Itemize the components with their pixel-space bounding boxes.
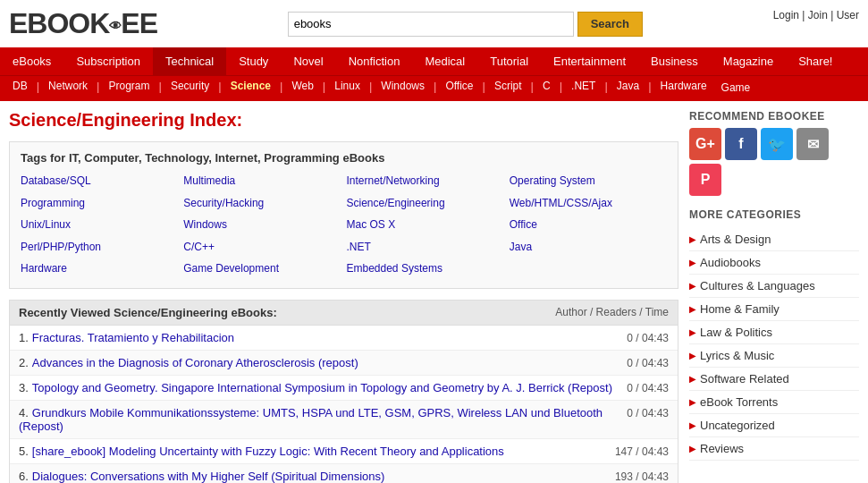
book-link[interactable]: Grundkurs Mobile Kommunikationssysteme: … — [19, 406, 603, 433]
book-num: 6. — [19, 470, 29, 483]
nav-novel[interactable]: Novel — [281, 47, 335, 75]
tag-embedded[interactable]: Embedded Systems — [347, 259, 504, 279]
pocket-button[interactable]: P — [689, 164, 721, 196]
tags-grid: Database/SQL Multimedia Internet/Network… — [21, 172, 667, 279]
tag-mac-os-x[interactable]: Mac OS X — [347, 216, 504, 235]
subnav-dotnet[interactable]: .NET — [564, 78, 603, 96]
tag-unix-linux[interactable]: Unix/Linux — [21, 216, 178, 235]
tag-game-dev[interactable]: Game Development — [183, 259, 341, 279]
subnav-program[interactable]: Program — [101, 78, 156, 96]
cat-reviews[interactable]: ▶Reviews — [689, 442, 859, 455]
twitter-button[interactable]: 🐦 — [761, 128, 793, 160]
recently-viewed-box: Recently Viewed Science/Engineering eBoo… — [9, 300, 678, 483]
column-labels: Author / Readers / Time — [555, 306, 669, 318]
nav-medical[interactable]: Medical — [412, 47, 477, 75]
separator: | — [321, 78, 327, 96]
tag-security-hacking[interactable]: Security/Hacking — [183, 194, 341, 214]
subnav-security[interactable]: Security — [164, 78, 216, 96]
search-button[interactable]: Search — [577, 12, 643, 37]
nav-magazine[interactable]: Magazine — [711, 47, 786, 75]
subnav-game[interactable]: Game — [714, 80, 758, 96]
facebook-button[interactable]: f — [725, 128, 757, 160]
nav-business[interactable]: Business — [638, 47, 711, 75]
search-area: Search — [288, 12, 643, 37]
book-meta: 0 / 04:43 — [627, 407, 669, 419]
social-icons: G+ f 🐦 ✉ P — [689, 128, 859, 196]
book-link[interactable]: Advances in the Diagnosis of Coronary At… — [32, 356, 358, 369]
subnav-java[interactable]: Java — [610, 78, 646, 96]
header: EBOOK👁EE Search Login | Join | User — [0, 0, 868, 47]
recently-viewed-title: Recently Viewed Science/Engineering eBoo… — [19, 306, 277, 319]
subnav-network[interactable]: Network — [41, 78, 95, 96]
tag-programming[interactable]: Programming — [21, 194, 178, 214]
tag-empty — [510, 259, 667, 279]
sub-nav: DB| Network| Program| Security| Science|… — [0, 75, 868, 101]
category-item: ▶Law & Politics — [689, 321, 859, 344]
subnav-windows[interactable]: Windows — [374, 78, 432, 96]
tag-java[interactable]: Java — [510, 238, 667, 258]
cat-audiobooks[interactable]: ▶Audiobooks — [689, 256, 859, 269]
separator: | — [156, 78, 163, 96]
arrow-icon: ▶ — [689, 281, 696, 291]
cat-home-family[interactable]: ▶Home & Family — [689, 302, 859, 316]
cat-ebook-torrents[interactable]: ▶eBook Torrents — [689, 395, 859, 409]
arrow-icon: ▶ — [689, 444, 696, 453]
tag-windows[interactable]: Windows — [183, 216, 341, 235]
subnav-hardware[interactable]: Hardware — [653, 78, 714, 96]
content-wrap: Science/Engineering Index: Tags for IT, … — [0, 101, 868, 483]
tag-multimedia[interactable]: Multimedia — [183, 172, 341, 191]
nav-subscription[interactable]: Subscription — [63, 47, 153, 75]
tag-internet-networking[interactable]: Internet/Networking — [347, 172, 504, 191]
category-list: ▶Arts & Design ▶Audiobooks ▶Cultures & L… — [689, 228, 859, 461]
google-plus-button[interactable]: G+ — [689, 128, 721, 160]
subnav-script[interactable]: Script — [487, 78, 529, 96]
cat-law-politics[interactable]: ▶Law & Politics — [689, 326, 859, 339]
nav-nonfiction[interactable]: Nonfiction — [336, 47, 413, 75]
nav-ebooks[interactable]: eBooks — [0, 47, 63, 75]
book-link[interactable]: Dialogues: Conversations with My Higher … — [32, 470, 385, 483]
book-meta: 0 / 04:43 — [627, 357, 669, 369]
nav-share[interactable]: Share! — [786, 47, 845, 75]
nav-entertainment[interactable]: Entertainment — [541, 47, 638, 75]
tag-operating-system[interactable]: Operating System — [510, 172, 667, 191]
tag-web-html-css[interactable]: Web/HTML/CSS/Ajax — [510, 194, 667, 214]
sidebar: RECOMMEND EBOOKEE G+ f 🐦 ✉ P MORE CATEGO… — [689, 110, 859, 483]
subnav-office[interactable]: Office — [438, 78, 480, 96]
subnav-c[interactable]: C — [535, 78, 558, 96]
cat-software-related[interactable]: ▶Software Related — [689, 372, 859, 386]
user-link[interactable]: User — [837, 9, 859, 21]
search-input[interactable] — [288, 12, 574, 37]
subnav-science[interactable]: Science — [223, 78, 278, 96]
arrow-icon: ▶ — [689, 420, 696, 430]
cat-arts-design[interactable]: ▶Arts & Design — [689, 233, 859, 246]
email-button[interactable]: ✉ — [796, 128, 829, 160]
tag-database-sql[interactable]: Database/SQL — [21, 172, 178, 191]
book-num: 4. — [19, 406, 29, 419]
nav-study[interactable]: Study — [226, 47, 281, 75]
join-link[interactable]: Join — [808, 9, 828, 21]
tag-science-engineering[interactable]: Science/Engineering — [347, 194, 504, 214]
login-link[interactable]: Login — [773, 9, 799, 21]
nav-tutorial[interactable]: Tutorial — [477, 47, 541, 75]
nav-technical[interactable]: Technical — [153, 47, 226, 75]
separator: | — [432, 78, 438, 96]
book-num: 2. — [19, 356, 29, 369]
separator: | — [216, 78, 223, 96]
separator: | — [367, 78, 374, 96]
cat-cultures-languages[interactable]: ▶Cultures & Languages — [689, 279, 859, 292]
book-link[interactable]: Topology and Geometry. Singapore Interna… — [32, 381, 612, 394]
cat-lyrics-music[interactable]: ▶Lyrics & Music — [689, 349, 859, 362]
tag-office[interactable]: Office — [510, 216, 667, 235]
book-link[interactable]: [share_ebook] Modeling Uncertainty with … — [32, 445, 504, 458]
subnav-linux[interactable]: Linux — [327, 78, 367, 96]
tag-c-cpp[interactable]: C/C++ — [183, 238, 341, 258]
category-item: ▶Uncategorized — [689, 414, 859, 437]
tag-hardware[interactable]: Hardware — [21, 259, 178, 279]
subnav-web[interactable]: Web — [284, 78, 320, 96]
cat-uncategorized[interactable]: ▶Uncategorized — [689, 419, 859, 432]
tag-dotnet[interactable]: .NET — [347, 238, 504, 258]
book-link[interactable]: Fracturas. Tratamiento y Rehabilitacion — [32, 331, 234, 344]
category-item: ▶Audiobooks — [689, 251, 859, 275]
subnav-db[interactable]: DB — [5, 78, 35, 96]
tag-perl-php-python[interactable]: Perl/PHP/Python — [21, 238, 178, 258]
